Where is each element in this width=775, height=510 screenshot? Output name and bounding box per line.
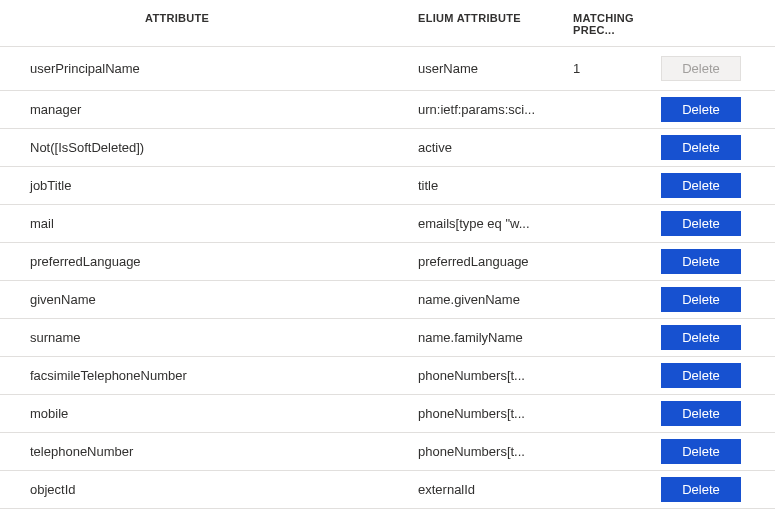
table-row[interactable]: mailemails[type eq "w...Delete — [0, 205, 775, 243]
cell-attribute: manager — [0, 102, 418, 117]
header-precedence: MATCHING PREC... — [573, 12, 661, 36]
table-row[interactable]: jobTitletitleDelete — [0, 167, 775, 205]
cell-action: Delete — [661, 287, 769, 312]
cell-action: Delete — [661, 135, 769, 160]
delete-button[interactable]: Delete — [661, 287, 741, 312]
table-row[interactable]: preferredLanguagepreferredLanguageDelete — [0, 243, 775, 281]
header-elium: ELIUM ATTRIBUTE — [418, 12, 573, 36]
delete-button[interactable]: Delete — [661, 477, 741, 502]
attribute-mapping-table: ATTRIBUTE ELIUM ATTRIBUTE MATCHING PREC.… — [0, 0, 775, 509]
cell-attribute: telephoneNumber — [0, 444, 418, 459]
cell-action: Delete — [661, 97, 769, 122]
delete-button[interactable]: Delete — [661, 363, 741, 388]
cell-attribute: jobTitle — [0, 178, 418, 193]
cell-attribute: Not([IsSoftDeleted]) — [0, 140, 418, 155]
table-row[interactable]: surnamename.familyNameDelete — [0, 319, 775, 357]
cell-elium: phoneNumbers[t... — [418, 444, 573, 459]
cell-action: Delete — [661, 439, 769, 464]
cell-action: Delete — [661, 211, 769, 236]
table-row[interactable]: givenNamename.givenNameDelete — [0, 281, 775, 319]
cell-precedence: 1 — [573, 61, 661, 76]
delete-button: Delete — [661, 56, 741, 81]
delete-button[interactable]: Delete — [661, 401, 741, 426]
cell-attribute: givenName — [0, 292, 418, 307]
delete-button[interactable]: Delete — [661, 173, 741, 198]
table-row[interactable]: mobilephoneNumbers[t...Delete — [0, 395, 775, 433]
cell-attribute: objectId — [0, 482, 418, 497]
delete-button[interactable]: Delete — [661, 249, 741, 274]
cell-attribute: mobile — [0, 406, 418, 421]
header-attribute: ATTRIBUTE — [0, 12, 418, 36]
cell-elium: userName — [418, 61, 573, 76]
cell-elium: title — [418, 178, 573, 193]
cell-elium: emails[type eq "w... — [418, 216, 573, 231]
table-row[interactable]: objectIdexternalIdDelete — [0, 471, 775, 509]
cell-elium: preferredLanguage — [418, 254, 573, 269]
table-body: userPrincipalNameuserName1Deletemanageru… — [0, 47, 775, 509]
table-row[interactable]: facsimileTelephoneNumberphoneNumbers[t..… — [0, 357, 775, 395]
cell-elium: name.familyName — [418, 330, 573, 345]
table-header: ATTRIBUTE ELIUM ATTRIBUTE MATCHING PREC.… — [0, 0, 775, 47]
table-row[interactable]: Not([IsSoftDeleted])activeDelete — [0, 129, 775, 167]
delete-button[interactable]: Delete — [661, 439, 741, 464]
delete-button[interactable]: Delete — [661, 97, 741, 122]
cell-attribute: mail — [0, 216, 418, 231]
cell-action: Delete — [661, 363, 769, 388]
cell-attribute: facsimileTelephoneNumber — [0, 368, 418, 383]
cell-elium: phoneNumbers[t... — [418, 368, 573, 383]
cell-action: Delete — [661, 477, 769, 502]
table-row[interactable]: telephoneNumberphoneNumbers[t...Delete — [0, 433, 775, 471]
cell-action: Delete — [661, 401, 769, 426]
cell-elium: externalId — [418, 482, 573, 497]
cell-action: Delete — [661, 249, 769, 274]
cell-action: Delete — [661, 56, 769, 81]
delete-button[interactable]: Delete — [661, 135, 741, 160]
cell-elium: active — [418, 140, 573, 155]
cell-attribute: surname — [0, 330, 418, 345]
delete-button[interactable]: Delete — [661, 211, 741, 236]
cell-elium: urn:ietf:params:sci... — [418, 102, 573, 117]
table-row[interactable]: managerurn:ietf:params:sci...Delete — [0, 91, 775, 129]
cell-attribute: preferredLanguage — [0, 254, 418, 269]
cell-elium: phoneNumbers[t... — [418, 406, 573, 421]
header-action — [661, 12, 769, 36]
cell-action: Delete — [661, 325, 769, 350]
cell-elium: name.givenName — [418, 292, 573, 307]
table-row[interactable]: userPrincipalNameuserName1Delete — [0, 47, 775, 91]
cell-attribute: userPrincipalName — [0, 61, 418, 76]
cell-action: Delete — [661, 173, 769, 198]
delete-button[interactable]: Delete — [661, 325, 741, 350]
